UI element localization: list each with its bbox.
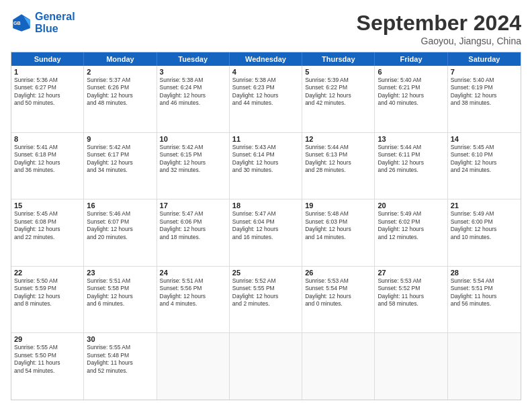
cell-16: 16 Sunrise: 5:46 AMSunset: 6:07 PMDaylig… xyxy=(84,199,157,266)
location-subtitle: Gaoyou, Jiangsu, China xyxy=(357,36,521,46)
logo-icon: GB xyxy=(11,12,32,34)
calendar: Sunday Monday Tuesday Wednesday Thursday… xyxy=(11,52,521,400)
cell-13: 13 Sunrise: 5:44 AMSunset: 6:11 PMDaylig… xyxy=(375,133,447,199)
header: GB General Blue September 2024 Gaoyou, J… xyxy=(11,11,521,46)
cell-18: 18 Sunrise: 5:47 AMSunset: 6:04 PMDaylig… xyxy=(230,199,302,266)
header-wednesday: Wednesday xyxy=(230,52,302,66)
page: GB General Blue September 2024 Gaoyou, J… xyxy=(0,0,532,411)
cell-14: 14 Sunrise: 5:45 AMSunset: 6:10 PMDaylig… xyxy=(448,133,521,199)
cell-12: 12 Sunrise: 5:44 AMSunset: 6:13 PMDaylig… xyxy=(302,133,375,199)
cell-26: 26 Sunrise: 5:53 AMSunset: 5:54 PMDaylig… xyxy=(302,267,375,333)
cell-9: 9 Sunrise: 5:42 AMSunset: 6:17 PMDayligh… xyxy=(84,133,157,199)
cell-empty-2 xyxy=(230,333,302,400)
cal-row-4: 22 Sunrise: 5:50 AMSunset: 5:59 PMDaylig… xyxy=(11,267,521,334)
cell-2: 2 Sunrise: 5:37 AMSunset: 6:26 PMDayligh… xyxy=(84,66,157,132)
month-title: September 2024 xyxy=(357,11,521,36)
cell-21: 21 Sunrise: 5:49 AMSunset: 6:00 PMDaylig… xyxy=(448,199,521,266)
header-monday: Monday xyxy=(84,52,157,66)
cell-empty-4 xyxy=(375,333,447,400)
cell-7: 7 Sunrise: 5:40 AMSunset: 6:19 PMDayligh… xyxy=(448,66,521,132)
header-tuesday: Tuesday xyxy=(157,52,230,66)
logo: GB General Blue xyxy=(11,11,75,35)
cell-30: 30 Sunrise: 5:55 AMSunset: 5:48 PMDaylig… xyxy=(84,333,157,400)
cell-28: 28 Sunrise: 5:54 AMSunset: 5:51 PMDaylig… xyxy=(448,267,521,333)
cell-3: 3 Sunrise: 5:38 AMSunset: 6:24 PMDayligh… xyxy=(157,66,230,132)
cal-row-3: 15 Sunrise: 5:45 AMSunset: 6:08 PMDaylig… xyxy=(11,199,521,267)
cal-row-1: 1 Sunrise: 5:36 AMSunset: 6:27 PMDayligh… xyxy=(11,66,521,133)
logo-general: General xyxy=(35,11,75,22)
cal-row-2: 8 Sunrise: 5:41 AMSunset: 6:18 PMDayligh… xyxy=(11,133,521,200)
cell-empty-1 xyxy=(157,333,230,400)
logo-text: General Blue xyxy=(35,11,75,35)
cell-4: 4 Sunrise: 5:38 AMSunset: 6:23 PMDayligh… xyxy=(230,66,302,132)
calendar-header: Sunday Monday Tuesday Wednesday Thursday… xyxy=(11,52,521,66)
cell-17: 17 Sunrise: 5:47 AMSunset: 6:06 PMDaylig… xyxy=(157,199,230,266)
logo-blue: Blue xyxy=(35,23,75,35)
cell-10: 10 Sunrise: 5:42 AMSunset: 6:15 PMDaylig… xyxy=(157,133,230,199)
cell-27: 27 Sunrise: 5:53 AMSunset: 5:52 PMDaylig… xyxy=(375,267,447,333)
header-friday: Friday xyxy=(375,52,447,66)
cell-25: 25 Sunrise: 5:52 AMSunset: 5:55 PMDaylig… xyxy=(230,267,302,333)
title-block: September 2024 Gaoyou, Jiangsu, China xyxy=(357,11,521,46)
cell-8: 8 Sunrise: 5:41 AMSunset: 6:18 PMDayligh… xyxy=(11,133,84,199)
cell-24: 24 Sunrise: 5:51 AMSunset: 5:56 PMDaylig… xyxy=(157,267,230,333)
svg-text:GB: GB xyxy=(13,20,21,26)
header-thursday: Thursday xyxy=(302,52,375,66)
cell-6: 6 Sunrise: 5:40 AMSunset: 6:21 PMDayligh… xyxy=(375,66,447,132)
cell-23: 23 Sunrise: 5:51 AMSunset: 5:58 PMDaylig… xyxy=(84,267,157,333)
cell-22: 22 Sunrise: 5:50 AMSunset: 5:59 PMDaylig… xyxy=(11,267,84,333)
cell-20: 20 Sunrise: 5:49 AMSunset: 6:02 PMDaylig… xyxy=(375,199,447,266)
header-saturday: Saturday xyxy=(448,52,521,66)
calendar-body: 1 Sunrise: 5:36 AMSunset: 6:27 PMDayligh… xyxy=(11,66,521,400)
header-sunday: Sunday xyxy=(11,52,84,66)
cell-19: 19 Sunrise: 5:48 AMSunset: 6:03 PMDaylig… xyxy=(302,199,375,266)
cell-11: 11 Sunrise: 5:43 AMSunset: 6:14 PMDaylig… xyxy=(230,133,302,199)
cell-29: 29 Sunrise: 5:55 AMSunset: 5:50 PMDaylig… xyxy=(11,333,84,400)
cell-1: 1 Sunrise: 5:36 AMSunset: 6:27 PMDayligh… xyxy=(11,66,84,132)
cell-empty-5 xyxy=(448,333,521,400)
cell-5: 5 Sunrise: 5:39 AMSunset: 6:22 PMDayligh… xyxy=(302,66,375,132)
cell-empty-3 xyxy=(302,333,375,400)
cal-row-5: 29 Sunrise: 5:55 AMSunset: 5:50 PMDaylig… xyxy=(11,333,521,400)
cell-15: 15 Sunrise: 5:45 AMSunset: 6:08 PMDaylig… xyxy=(11,199,84,266)
